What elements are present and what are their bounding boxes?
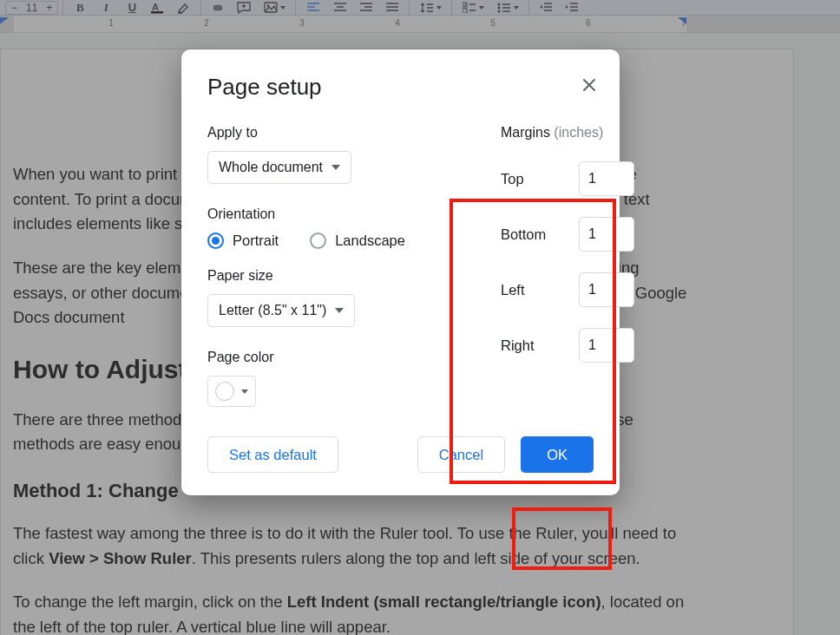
orientation-label: Orientation [207,206,459,222]
page-color-select[interactable] [207,376,256,407]
dialog-title: Page setup [207,74,594,101]
paper-size-label: Paper size [207,268,459,284]
chevron-down-icon [335,308,344,313]
chevron-down-icon [241,390,248,394]
cancel-button[interactable]: Cancel [417,436,505,473]
chevron-down-icon [331,165,340,170]
orientation-landscape-radio[interactable]: Landscape [310,232,405,249]
margin-top-label: Top [501,171,568,187]
orientation-portrait-radio[interactable]: Portrait [207,232,279,249]
margins-label: Margins (inches) [501,125,634,141]
color-swatch-icon [215,382,234,401]
page-color-label: Page color [207,350,459,365]
margin-left-label: Left [501,282,568,298]
close-icon [581,77,597,93]
margin-right-row: Right [501,328,634,363]
page-setup-dialog: Page setup Apply to Whole document Orien… [181,49,620,495]
margin-left-input[interactable] [579,272,634,307]
radio-icon [207,232,224,249]
apply-to-label: Apply to [207,125,459,141]
apply-to-select[interactable]: Whole document [207,151,351,184]
ok-button[interactable]: OK [521,436,594,473]
close-button[interactable] [578,74,600,96]
margin-right-label: Right [501,337,568,354]
margin-bottom-label: Bottom [501,226,568,243]
margin-left-row: Left [501,272,634,307]
margin-top-input[interactable] [579,161,634,196]
margin-top-row: Top [501,161,634,196]
margin-bottom-input[interactable] [579,217,634,252]
margin-right-input[interactable] [579,328,634,363]
paper-size-select[interactable]: Letter (8.5" x 11") [207,294,355,327]
paper-size-value: Letter (8.5" x 11") [219,303,326,318]
apply-to-value: Whole document [219,160,323,175]
set-as-default-button[interactable]: Set as default [207,436,338,473]
radio-icon [310,232,326,249]
margin-bottom-row: Bottom [501,217,634,252]
